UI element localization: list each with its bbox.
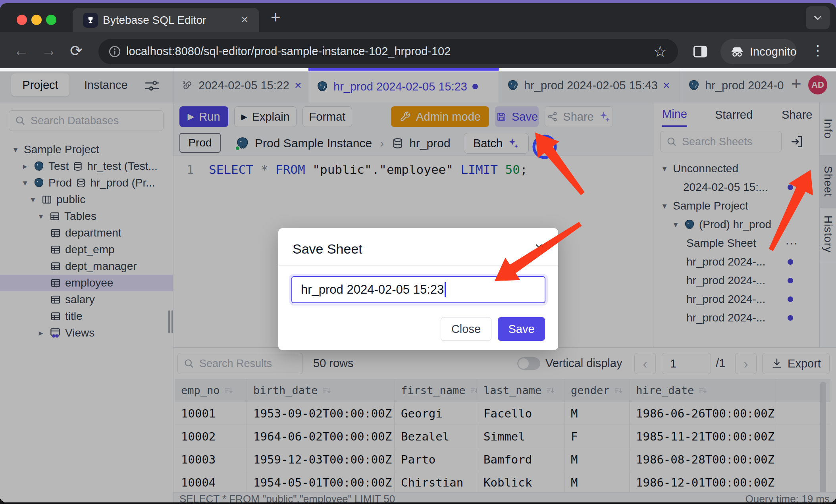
browser-menu-icon[interactable]: ⋮ <box>811 42 825 59</box>
divider <box>278 265 558 266</box>
side-panel-icon[interactable] <box>692 43 709 60</box>
dialog-close-icon[interactable]: × <box>535 239 543 256</box>
browser-tab[interactable]: Bytebase SQL Editor × <box>73 8 259 32</box>
incognito-label: Incognito <box>750 45 797 58</box>
sheet-name-value: hr_prod 2024-02-05 15:23 <box>301 283 444 297</box>
traffic-light-minimize[interactable] <box>31 15 42 25</box>
close-button[interactable]: Close <box>441 317 491 341</box>
browser-window: Bytebase SQL Editor × + ← → ⟳ localhost:… <box>0 3 836 502</box>
dialog-title: Save Sheet <box>293 241 362 257</box>
bytebase-favicon <box>83 13 98 28</box>
incognito-badge: Incognito <box>720 39 797 64</box>
new-tab-icon[interactable]: + <box>271 8 281 27</box>
browser-tab-bar: Bytebase SQL Editor × + <box>0 3 836 32</box>
browser-nav-bar: ← → ⟳ localhost:8080/sql-editor/prod-sam… <box>0 32 836 71</box>
bookmark-star-icon[interactable]: ☆ <box>653 43 667 60</box>
save-confirm-button[interactable]: Save <box>498 317 545 341</box>
address-bar[interactable]: localhost:8080/sql-editor/prod-sample-in… <box>98 39 678 64</box>
save-sheet-dialog: Save Sheet × hr_prod 2024-02-05 15:23 Cl… <box>278 228 558 350</box>
url-text: localhost:8080/sql-editor/prod-sample-in… <box>126 45 451 58</box>
back-icon[interactable]: ← <box>13 42 29 59</box>
tab-search-button[interactable] <box>806 6 830 29</box>
traffic-light-close[interactable] <box>17 15 27 25</box>
text-cursor <box>445 282 446 297</box>
forward-icon[interactable]: → <box>41 42 56 59</box>
incognito-icon <box>729 44 745 60</box>
browser-tab-close-icon[interactable]: × <box>241 13 248 26</box>
traffic-light-zoom[interactable] <box>46 15 56 25</box>
sheet-name-input[interactable]: hr_prod 2024-02-05 15:23 <box>291 276 545 303</box>
site-info-icon[interactable] <box>108 45 121 58</box>
browser-tab-title: Bytebase SQL Editor <box>103 14 206 27</box>
reload-icon[interactable]: ⟳ <box>70 42 83 60</box>
